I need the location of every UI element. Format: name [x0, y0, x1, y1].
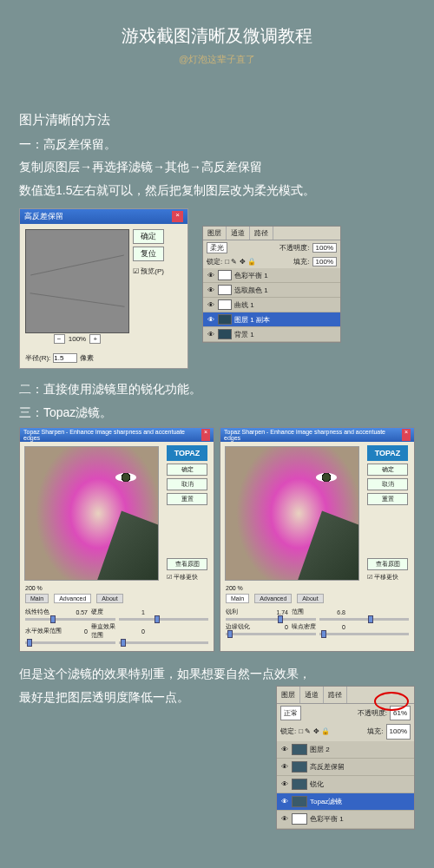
tab-main[interactable]: Main — [25, 594, 49, 603]
layer-item[interactable]: 👁图层 2 — [277, 741, 414, 759]
zoom-out-button[interactable]: − — [54, 334, 65, 344]
opacity-label: 不透明度: — [279, 243, 309, 253]
view-original-button[interactable]: 查看原图 — [167, 558, 207, 570]
layers-panel: 图层 通道 路径 柔光 不透明度: 100% 锁定: □ ✎ ✥ 🔒 填充: 1… — [202, 226, 341, 343]
zoom-in-button[interactable]: + — [89, 334, 101, 344]
eye-icon[interactable]: 👁 — [280, 778, 289, 791]
blend-mode-select[interactable]: 正常 — [280, 706, 301, 720]
eye-icon[interactable]: 👁 — [207, 301, 215, 309]
view-original-button[interactable]: 查看原图 — [367, 558, 408, 570]
topaz-zoom: 200 % — [20, 585, 214, 594]
page-title: 游戏截图清晰及微调教程 — [0, 0, 434, 48]
tab-main[interactable]: Main — [226, 594, 249, 603]
slider-label: 硬度 — [91, 608, 121, 616]
layer-item[interactable]: 👁高反差保留 — [277, 759, 414, 776]
high-pass-dialog: 高反差保留 × − 100% + 确定 复位 ☑ 预览(P) 半径(R): 像素 — [19, 208, 188, 369]
layer-item[interactable]: 👁选取颜色 1 — [203, 283, 340, 298]
eye-icon[interactable]: 👁 — [280, 795, 289, 808]
fill-label: 填充: — [367, 725, 383, 738]
reset-button[interactable]: 重置 — [167, 493, 207, 505]
preview-checkbox[interactable]: ☑ 预览(P) — [133, 266, 164, 276]
blend-mode-select[interactable]: 柔光 — [207, 242, 227, 253]
tab-about[interactable]: About — [297, 594, 323, 603]
layer-item[interactable]: 👁图层 1 副本 — [203, 312, 340, 327]
fill-label: 填充: — [293, 257, 309, 266]
hp-dialog-title: 高反差保留 — [24, 211, 63, 222]
zoom-percent: 100% — [69, 335, 86, 343]
slider-label: 锐利 — [226, 608, 264, 616]
slider-label: 线性特色 — [25, 608, 63, 616]
layer-item[interactable]: 👁色彩平衡 1 — [203, 268, 340, 283]
topaz-preview — [24, 446, 159, 581]
cancel-button[interactable]: 取消 — [167, 478, 207, 490]
method-3: 三：Topaz滤镜。 — [19, 401, 415, 424]
tab-about[interactable]: About — [96, 594, 122, 603]
fast-pan-checkbox[interactable]: ☑ 平移更快 — [367, 573, 408, 582]
ok-button[interactable]: 确定 — [167, 464, 207, 476]
radius-unit: 像素 — [80, 353, 94, 363]
topaz-zoom: 200 % — [220, 585, 414, 594]
radius-label: 半径(R): — [25, 353, 50, 363]
slider[interactable] — [319, 633, 410, 635]
slider[interactable] — [119, 641, 209, 644]
reset-button[interactable]: 重置 — [367, 493, 408, 505]
layer-item[interactable]: 👁Topaz滤镜 — [277, 793, 414, 811]
slider[interactable] — [119, 618, 209, 621]
tab-advanced[interactable]: Advanced — [254, 594, 292, 603]
eye-icon[interactable]: 👁 — [280, 812, 289, 825]
tab-paths[interactable]: 路径 — [250, 227, 273, 240]
slider-label: 噪点密度 — [292, 622, 321, 631]
method-1-note: 数值选1.5左右就可以，然后把复制图层改为柔光模式。 — [19, 179, 415, 202]
fast-pan-checkbox[interactable]: ☑ 平移更快 — [167, 573, 207, 582]
footer-line-2: 最好是把图层透明度降低一点。 — [19, 686, 271, 709]
close-icon[interactable]: × — [172, 211, 183, 222]
slider[interactable] — [226, 633, 316, 635]
method-1-label: 一：高反差保留。 — [19, 133, 415, 156]
layer-item[interactable]: 👁背景 1 — [203, 327, 340, 342]
eye-icon[interactable]: 👁 — [207, 331, 215, 339]
reset-button[interactable]: 复位 — [133, 247, 164, 261]
layer-item[interactable]: 👁曲线 1 — [203, 298, 340, 312]
eye-icon[interactable]: 👁 — [280, 760, 289, 773]
cancel-button[interactable]: 取消 — [367, 478, 408, 490]
topaz-title: Topaz Sharpen - Enhance image sharpness … — [23, 429, 201, 441]
highlight-circle-icon — [374, 692, 409, 711]
layer-item[interactable]: 👁色彩平衡 1 — [277, 811, 414, 828]
close-icon[interactable]: × — [402, 429, 411, 441]
topaz-logo: TOPAZ — [367, 445, 408, 461]
slider[interactable] — [25, 641, 115, 644]
slider-label: 范围 — [292, 608, 321, 616]
eye-icon[interactable]: 👁 — [280, 743, 289, 756]
footer-line-1: 但是这个滤镜的效果特别重，如果想要自然一点效果， — [19, 662, 415, 686]
method-1-steps: 复制原图层→再选择滤镜→其他→高反差保留 — [19, 155, 415, 179]
eye-icon[interactable]: 👁 — [207, 286, 215, 294]
slider[interactable] — [319, 618, 410, 621]
slider[interactable] — [25, 618, 115, 621]
tab-layers[interactable]: 图层 — [203, 227, 227, 240]
tab-paths[interactable]: 路径 — [324, 687, 347, 703]
radius-input[interactable] — [53, 353, 77, 363]
ok-button[interactable]: 确定 — [367, 464, 408, 476]
slider[interactable] — [226, 618, 316, 621]
section-heading: 图片清晰的方法 — [19, 108, 415, 133]
topaz-logo: TOPAZ — [167, 445, 207, 461]
fill-value[interactable]: 100% — [312, 257, 337, 266]
slider-label: 垂直效果范围 — [91, 622, 121, 640]
layer-item[interactable]: 👁锐化 — [277, 776, 414, 793]
close-icon[interactable]: × — [201, 429, 210, 441]
topaz-title: Topaz Sharpen - Enhance image sharpness … — [224, 429, 402, 441]
tab-channels[interactable]: 通道 — [227, 227, 250, 240]
tab-channels[interactable]: 通道 — [300, 687, 324, 703]
ok-button[interactable]: 确定 — [133, 229, 164, 244]
lock-label: 锁定: — [207, 257, 222, 266]
author-credit: @灯泡这辈子直了 — [0, 53, 434, 66]
fill-value[interactable]: 100% — [386, 724, 411, 739]
topaz-preview — [225, 446, 359, 581]
tab-layers[interactable]: 图层 — [277, 687, 300, 703]
eye-icon[interactable]: 👁 — [207, 272, 215, 279]
hp-preview-image — [25, 229, 129, 333]
slider-label: 水平效果范围 — [25, 627, 63, 635]
tab-advanced[interactable]: Advanced — [54, 594, 91, 603]
eye-icon[interactable]: 👁 — [207, 316, 215, 324]
opacity-value[interactable]: 100% — [312, 243, 337, 253]
